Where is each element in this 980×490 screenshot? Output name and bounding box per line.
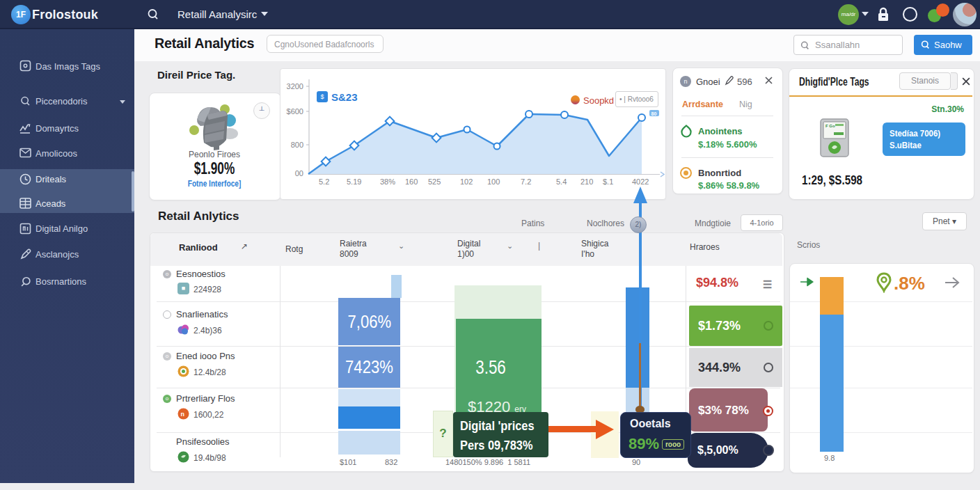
svg-text:F Go: F Go <box>825 124 835 128</box>
svg-text:n: n <box>181 411 185 418</box>
svg-text:80: 80 <box>651 111 657 116</box>
